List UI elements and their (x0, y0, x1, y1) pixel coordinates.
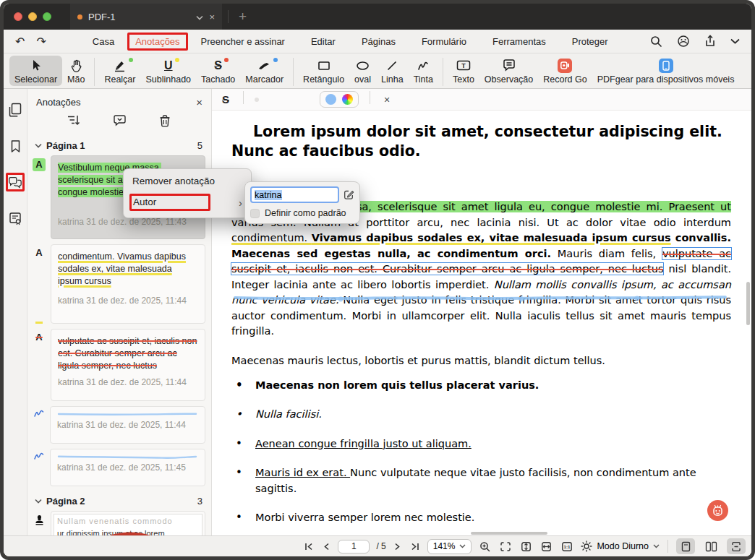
tool-sublinhado[interactable]: U Sublinhado (140, 56, 196, 86)
robot-assistant-button[interactable] (707, 500, 728, 521)
search-icon[interactable] (650, 35, 662, 48)
facing-pages-view-button[interactable] (701, 538, 720, 554)
color-purple[interactable] (309, 98, 313, 102)
menu-casa[interactable]: Casa (80, 33, 127, 50)
sort-annotations-icon[interactable] (67, 114, 81, 130)
section-pagina-2[interactable]: Página 2 3 (32, 491, 205, 511)
rectangle-icon (317, 58, 330, 73)
menu-formulario[interactable]: Formulário (409, 33, 479, 50)
color-lightblue[interactable] (325, 94, 336, 105)
minimize-window-button[interactable] (28, 12, 37, 21)
menu-item-autor[interactable]: Autor › (124, 190, 251, 215)
trash-icon[interactable] (159, 114, 171, 130)
menu-paginas[interactable]: Páginas (349, 33, 409, 50)
tool-selecionar[interactable]: Selecionar (9, 56, 62, 86)
cursor-icon (31, 58, 41, 73)
vertical-scrollbar-thumb[interactable] (746, 282, 750, 325)
menu-editar[interactable]: Editar (298, 33, 349, 50)
color-red[interactable] (255, 98, 259, 102)
tool-marcador[interactable]: Marcador (240, 56, 289, 86)
bookmarks-icon[interactable] (6, 137, 25, 155)
tool-linha[interactable]: Linha (376, 56, 409, 86)
tool-retangulo[interactable]: Retângulo (298, 56, 349, 86)
horizontal-scrollbar-thumb[interactable] (471, 532, 547, 535)
annotation-card-strikeout[interactable]: A vulputate ac suscipit et, iaculis non … (32, 329, 205, 401)
default-checkbox[interactable] (250, 209, 260, 218)
ribbon-chevron-down-icon[interactable] (730, 38, 740, 44)
tool-oval[interactable]: oval (349, 56, 376, 86)
menu-preencher[interactable]: Preencher e assinar (188, 33, 298, 50)
author-input[interactable]: katrina (250, 186, 339, 203)
strikethrough-icon: S (214, 59, 222, 72)
oval-icon (356, 58, 370, 73)
tool-tinta[interactable]: Tinta (409, 56, 438, 86)
ink-annotation[interactable] (232, 293, 731, 303)
pdf-page: Lorem ipsum dolor sit amet, consectetur … (212, 111, 751, 535)
redo-icon[interactable]: ↷ (36, 35, 46, 48)
color-toolbar: S × (212, 89, 751, 111)
continuous-scroll-view-button[interactable] (727, 538, 746, 554)
tool-realcar[interactable]: Realçar (99, 56, 140, 86)
annotation-card-ink[interactable]: katrina 31 de dez. de 2025, 11:45 (32, 449, 205, 486)
annotations-comments-icon[interactable] (6, 173, 25, 191)
fit-width-icon[interactable] (539, 541, 553, 552)
share-icon[interactable] (704, 35, 716, 48)
close-window-button[interactable] (14, 12, 22, 21)
prev-page-icon[interactable] (322, 543, 331, 551)
page-thumbnails-icon[interactable] (6, 100, 25, 119)
tool-texto[interactable]: T Texto (448, 56, 479, 86)
menu-anotacoes[interactable]: Anotações (127, 33, 187, 51)
certificate-icon[interactable] (6, 209, 25, 228)
colorbar-close-icon[interactable]: × (381, 94, 393, 105)
undo-icon[interactable]: ↶ (15, 35, 25, 48)
annotation-card-ink[interactable]: katrina 31 de dez. de 2025, 11:44 (32, 406, 205, 444)
card-text: vulputate ac suscipit et, iaculis non es… (58, 336, 197, 371)
color-wheel-icon[interactable] (342, 94, 353, 105)
color-green[interactable] (287, 98, 291, 102)
tool-tachado[interactable]: S Tachado (196, 56, 240, 86)
fit-height-icon[interactable] (519, 541, 533, 552)
tool-observacao[interactable]: Observação (479, 56, 538, 86)
assistant-icon[interactable] (677, 35, 690, 48)
actual-size-icon[interactable]: 1:1 (560, 541, 574, 552)
next-page-icon[interactable] (393, 543, 402, 551)
bullet-item: Maecenas non lorem quis tellus placerat … (231, 378, 731, 394)
panel-close-icon[interactable]: × (196, 96, 202, 108)
last-page-icon[interactable] (409, 543, 421, 551)
stamp-thumbnail: Nullam venenatis commodo ur dignissim ip… (54, 514, 202, 535)
set-default-row[interactable]: Definir como padrão (250, 208, 354, 218)
tool-mao[interactable]: Mão (62, 56, 90, 86)
new-tab-button[interactable]: + (234, 9, 251, 25)
color-blue[interactable] (298, 98, 302, 102)
underline-annotation[interactable]: Vivamus dapibus sodales ex, vitae malesu… (312, 232, 671, 244)
view-mode-select[interactable]: Modo Diurno (581, 540, 660, 552)
fit-page-icon[interactable] (498, 541, 513, 552)
section-pagina-1[interactable]: Página 1 5 (32, 136, 205, 155)
single-page-view-button[interactable] (676, 538, 695, 554)
tab-chevron-down-icon[interactable] (196, 12, 203, 22)
underline-annotation[interactable]: condimentum. (231, 232, 312, 244)
add-comment-icon[interactable] (113, 114, 127, 130)
annotation-card-underline[interactable]: A condimentum. Vivamus dapibus sodales e… (32, 244, 205, 324)
menu-bar: ↶ ↷ Casa Anotações Preencher e assinar E… (4, 30, 751, 53)
annotation-card-stamp[interactable]: Nullam venenatis commodo ur dignissim ip… (32, 511, 205, 535)
zoom-window-button[interactable] (43, 12, 51, 21)
tool-pdfgear-mobile[interactable]: PDFgear para dispositivos móveis (592, 56, 740, 86)
tab-close-icon[interactable]: × (209, 12, 215, 22)
card-meta: katrina 31 de dez. de 2025, 11:45 (57, 462, 198, 474)
menu-item-remover-anotacao[interactable]: Remover anotação (124, 172, 251, 190)
ink-badge-icon (33, 452, 45, 461)
document-tab[interactable]: PDF-1 × (70, 4, 222, 30)
zoom-level-select[interactable]: 141% (427, 539, 472, 554)
first-page-icon[interactable] (303, 543, 315, 551)
document-heading: Lorem ipsum dolor sit amet, consectetur … (231, 122, 731, 161)
page-number-input[interactable] (338, 540, 370, 553)
annotation-toolbar: Selecionar Mão Realçar U Sublinhado S Ta… (4, 53, 751, 89)
color-orange[interactable] (265, 98, 270, 102)
color-yellow[interactable] (276, 98, 281, 102)
zoom-in-icon[interactable] (478, 541, 492, 552)
tool-record-go[interactable]: Record Go (538, 56, 592, 86)
edit-icon[interactable] (344, 189, 354, 200)
menu-ferramentas[interactable]: Ferramentas (479, 33, 559, 50)
menu-proteger[interactable]: Proteger (559, 33, 621, 50)
